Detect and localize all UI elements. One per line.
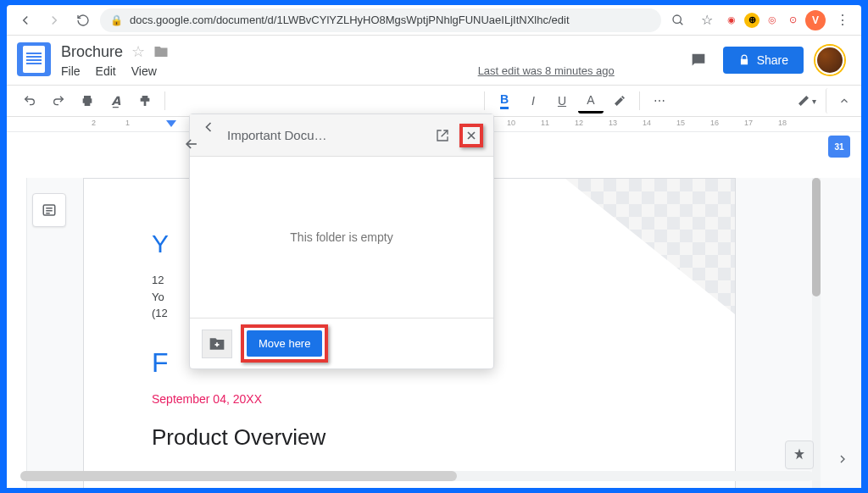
lock-share-icon (738, 54, 750, 66)
undo-icon[interactable] (17, 88, 42, 114)
outline-toggle-button[interactable] (32, 193, 66, 227)
move-dialog: Important Docu… This folder is empty Mov… (189, 114, 494, 369)
open-in-new-icon[interactable] (436, 129, 449, 142)
reload-icon[interactable] (71, 8, 95, 32)
address-bar[interactable]: 🔒 docs.google.com/document/d/1LWBvCYlYZL… (100, 8, 661, 32)
comments-icon[interactable] (686, 47, 711, 73)
dialog-folder-title: Important Docu… (227, 128, 426, 142)
ext-icon-3[interactable]: ◎ (765, 13, 780, 28)
horizontal-scrollbar[interactable] (20, 471, 814, 481)
menu-file[interactable]: File (61, 64, 81, 78)
vertical-ruler[interactable] (7, 178, 27, 488)
zoom-icon[interactable] (666, 8, 690, 32)
explore-button[interactable] (785, 440, 814, 469)
browser-toolbar: 🔒 docs.google.com/document/d/1LWBvCYlYZL… (7, 5, 861, 36)
menu-bar: File Edit View Insert Format Tools Addon… (61, 64, 686, 78)
dialog-close-button[interactable] (459, 124, 483, 147)
empty-folder-text: This folder is empty (290, 230, 392, 244)
more-tools-icon[interactable]: ⋯ (647, 88, 672, 114)
new-folder-button[interactable] (202, 330, 232, 358)
side-panel-toggle-icon[interactable] (831, 447, 854, 471)
ext-icon-1[interactable]: ◉ (724, 13, 739, 28)
formatting-toolbar: A̲ B I U A ⋯ ▾ (7, 85, 861, 117)
lock-icon: 🔒 (110, 14, 123, 26)
ext-icon-2[interactable]: ⊕ (744, 13, 760, 28)
star-icon[interactable]: ☆ (695, 8, 719, 32)
italic-button[interactable]: I (520, 88, 546, 114)
spellcheck-icon[interactable]: A̲ (103, 88, 129, 114)
paint-format-icon[interactable] (132, 88, 158, 114)
underline-button[interactable]: U (549, 88, 575, 114)
forward-icon[interactable] (42, 8, 66, 32)
indent-marker[interactable] (166, 120, 176, 129)
account-avatar[interactable] (815, 46, 844, 75)
hide-menus-icon[interactable] (826, 88, 851, 114)
dialog-back-icon[interactable] (200, 119, 217, 152)
move-folder-icon[interactable] (153, 44, 169, 59)
last-edit-text[interactable]: Last edit was 8 minutes ago (478, 64, 615, 78)
docs-header: Brochure ☆ File Edit View Insert Format … (7, 36, 861, 78)
star-doc-icon[interactable]: ☆ (131, 42, 145, 61)
menu-view[interactable]: View (131, 64, 157, 78)
svg-point-0 (673, 15, 681, 23)
overview-heading[interactable]: Product Overview (152, 424, 667, 451)
docs-logo[interactable] (17, 42, 51, 76)
menu-edit[interactable]: Edit (96, 64, 116, 78)
url-text: docs.google.com/document/d/1LWBvCYlYZLHy… (130, 14, 570, 26)
extensions-area: ◉ ⊕ ◎ ⊙ V ⋮ (724, 8, 854, 32)
move-here-button[interactable]: Move here (247, 330, 322, 357)
highlight-button[interactable] (607, 88, 632, 114)
doc-date[interactable]: September 04, 20XX (152, 392, 667, 406)
browser-menu-icon[interactable]: ⋮ (831, 8, 854, 32)
print-icon[interactable] (75, 88, 100, 114)
editing-mode-button[interactable]: ▾ (793, 88, 819, 114)
ext-icon-4[interactable]: ⊙ (785, 13, 800, 28)
redo-icon[interactable] (46, 88, 71, 114)
back-icon[interactable] (14, 8, 37, 32)
bold-button[interactable]: B (492, 88, 517, 114)
browser-avatar[interactable]: V (805, 10, 826, 30)
calendar-icon[interactable]: 31 (828, 136, 850, 158)
share-button[interactable]: Share (723, 47, 804, 74)
document-title[interactable]: Brochure (61, 43, 123, 61)
text-color-button[interactable]: A (578, 88, 604, 114)
